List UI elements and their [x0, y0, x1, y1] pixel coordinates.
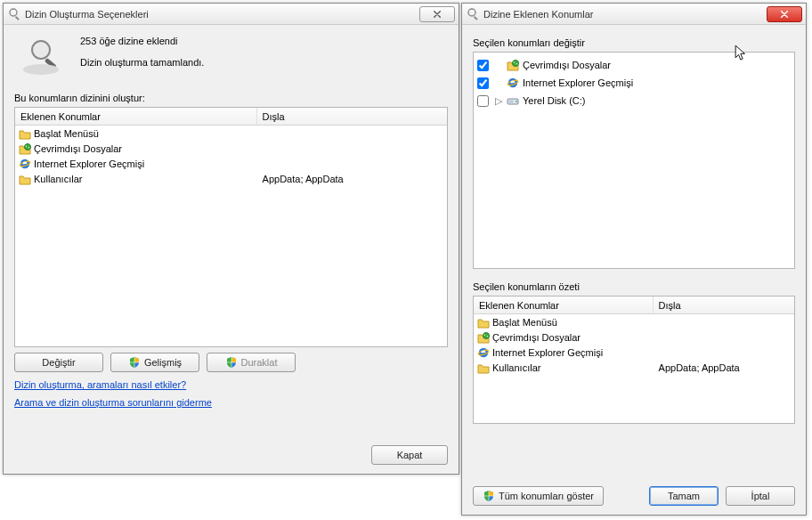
cancel-button[interactable]: İptal [726, 486, 795, 506]
indexing-options-dialog: Dizin Oluşturma Seçenekleri 253 öğe dizi… [3, 3, 459, 475]
column-header-exclude[interactable]: Dışla [654, 300, 794, 311]
show-all-locations-button[interactable]: Tüm konumları göster [473, 486, 604, 506]
ie-icon [19, 158, 31, 170]
tree-label: Çevrimdışı Dosyalar [523, 60, 611, 70]
tree-label: Internet Explorer Geçmişi [523, 77, 633, 88]
summary-label: Seçilen konumların özeti [473, 281, 795, 292]
row-name: Başlat Menüsü [34, 128, 99, 139]
cursor-icon [735, 45, 749, 59]
link-troubleshoot[interactable]: Arama ve dizin oluşturma sorunlarını gid… [14, 397, 212, 408]
ie-icon [477, 346, 490, 359]
table-row[interactable]: Başlat Menüsü [15, 126, 447, 141]
row-name: Başlat Menüsü [492, 317, 557, 328]
tree-item[interactable]: Internet Explorer Geçmişi [474, 74, 794, 92]
row-name: Çevrimdışı Dosyalar [34, 143, 122, 154]
row-name: Kullanıcılar [34, 174, 82, 184]
locations-list[interactable]: Eklenen Konumlar Dışla Başlat MenüsüÇevr… [14, 107, 448, 347]
summary-list[interactable]: Eklenen Konumlar Dışla Başlat MenüsüÇevr… [473, 296, 795, 424]
table-row[interactable]: Çevrimdışı Dosyalar [474, 329, 794, 345]
expander-icon[interactable]: ▷ [494, 95, 503, 107]
row-name: Internet Explorer Geçmişi [492, 347, 603, 358]
column-header-locations[interactable]: Eklenen Konumlar [15, 108, 257, 125]
table-row[interactable]: Internet Explorer Geçmişi [15, 156, 447, 171]
tree-checkbox[interactable] [477, 77, 489, 89]
offline-icon [477, 331, 490, 344]
link-how-affects[interactable]: Dizin oluşturma, aramaları nasıl etkiler… [14, 379, 186, 390]
indexed-locations-dialog: Dizine Eklenen Konumlar Seçilen konumlar… [461, 3, 807, 516]
shield-icon [483, 490, 495, 502]
titlebar[interactable]: Dizine Eklenen Konumlar [462, 4, 806, 25]
offline-icon [19, 142, 31, 155]
offline-icon [507, 59, 519, 71]
tree-checkbox[interactable] [477, 95, 489, 107]
folder-icon [19, 173, 31, 185]
magnifier-icon [7, 7, 21, 21]
folder-icon [19, 127, 31, 140]
table-row[interactable]: KullanıcılarAppData; AppData [15, 171, 447, 186]
close-button[interactable] [419, 6, 455, 22]
folder-icon [477, 362, 490, 374]
tree-checkbox[interactable] [477, 60, 489, 71]
pause-button[interactable]: Duraklat [207, 353, 296, 372]
close-dialog-button[interactable]: Kapat [371, 445, 448, 465]
table-row[interactable]: Başlat Menüsü [474, 314, 794, 329]
row-name: Çevrimdışı Dosyalar [492, 332, 581, 343]
column-header-exclude[interactable]: Dışla [257, 111, 447, 122]
ie-icon [507, 77, 519, 89]
tree-label: Yerel Disk (C:) [523, 95, 586, 106]
window-title: Dizine Eklenen Konumlar [483, 9, 594, 20]
advanced-button[interactable]: Gelişmiş [110, 353, 199, 372]
tree-item[interactable]: ▷Yerel Disk (C:) [474, 92, 794, 110]
ok-button[interactable]: Tamam [649, 486, 719, 506]
close-button[interactable] [767, 6, 802, 22]
status-state: Dizin oluşturma tamamlandı. [80, 57, 204, 68]
magnifier-icon [23, 34, 66, 77]
modify-button[interactable]: Değiştir [14, 353, 103, 372]
magnifier-icon [466, 7, 480, 21]
row-exclude: AppData; AppData [654, 362, 794, 373]
column-header-locations[interactable]: Eklenen Konumlar [474, 297, 654, 313]
titlebar[interactable]: Dizin Oluşturma Seçenekleri [4, 4, 459, 25]
shield-icon [225, 356, 238, 369]
row-exclude: AppData; AppData [257, 174, 447, 184]
shield-icon [128, 356, 141, 369]
row-name: Internet Explorer Geçmişi [34, 158, 144, 169]
status-count: 253 öğe dizine eklendi [80, 36, 204, 46]
drive-icon [507, 94, 519, 107]
locations-tree[interactable]: Çevrimdışı DosyalarInternet Explorer Geç… [473, 52, 795, 269]
row-name: Kullanıcılar [492, 362, 540, 373]
table-row[interactable]: Internet Explorer Geçmişi [474, 345, 794, 360]
table-row[interactable]: Çevrimdışı Dosyalar [15, 141, 447, 156]
window-title: Dizin Oluşturma Seçenekleri [25, 9, 149, 20]
folder-icon [477, 316, 490, 329]
table-row[interactable]: KullanıcılarAppData; AppData [474, 360, 794, 375]
section-label: Bu konumların dizinini oluştur: [14, 93, 448, 103]
